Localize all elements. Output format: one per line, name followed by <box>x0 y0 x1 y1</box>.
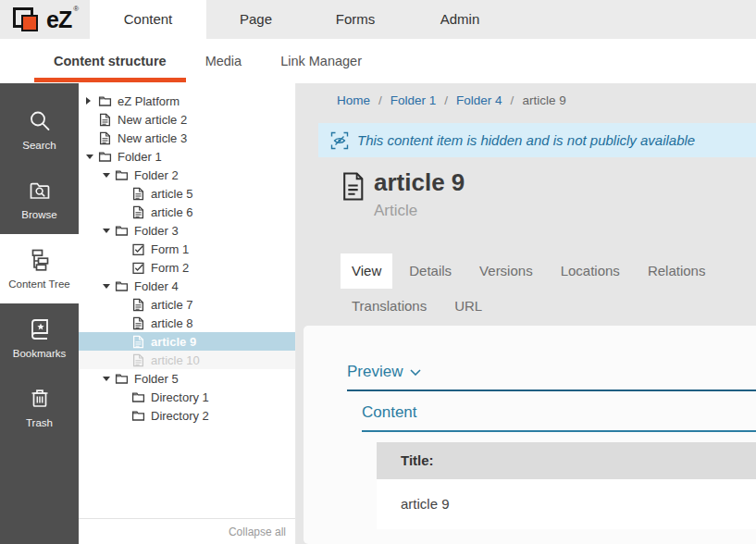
content-divider <box>362 430 756 432</box>
content-section-heading: Content <box>362 403 417 422</box>
collapse-arrow-icon[interactable] <box>103 377 115 381</box>
chevron-down-icon <box>410 369 421 376</box>
top-tab-forms[interactable]: Forms <box>305 0 405 39</box>
search-icon <box>28 109 52 133</box>
folder-icon <box>115 279 129 293</box>
folder-icon <box>98 150 112 164</box>
field-value: article 9 <box>377 479 756 529</box>
collapse-arrow-icon[interactable] <box>86 155 98 159</box>
breadcrumb-current: article 9 <box>522 93 565 107</box>
tree-item-article-5[interactable]: article 5 <box>79 184 295 203</box>
trash-icon <box>28 387 52 411</box>
tab-url[interactable]: URL <box>443 289 493 324</box>
tree-item-folder-1[interactable]: Folder 1 <box>79 147 295 166</box>
form-icon <box>131 242 145 256</box>
subnav-link-manager[interactable]: Link Manager <box>261 39 381 83</box>
article-icon <box>98 131 112 145</box>
tree-item-form-1[interactable]: Form 1 <box>79 240 295 258</box>
tree-item-article-8[interactable]: article 8 <box>79 314 295 332</box>
folder-icon <box>115 372 129 386</box>
registered-mark: ® <box>73 5 78 13</box>
preview-divider <box>347 389 756 391</box>
content-tabs: View Details Versions Locations Relation… <box>341 253 756 324</box>
folder-icon <box>115 168 129 182</box>
tree-item-article-9[interactable]: article 9 <box>79 332 295 351</box>
field-label: Title: <box>377 442 756 479</box>
tab-translations[interactable]: Translations <box>341 289 438 324</box>
top-bar: eZ® Content Page Forms Admin <box>0 0 756 39</box>
collapse-all-button[interactable]: Collapse all <box>79 518 295 544</box>
article-icon <box>131 353 145 367</box>
breadcrumb-folder-1[interactable]: Folder 1 <box>390 93 437 107</box>
hidden-content-alert: This content item is hidden and is not p… <box>318 123 756 157</box>
ez-logo-text: eZ® <box>46 6 71 33</box>
hidden-eye-icon <box>330 131 349 150</box>
tree-item-directory-1[interactable]: Directory 1 <box>79 388 295 406</box>
tree-item-folder-2[interactable]: Folder 2 <box>79 166 295 184</box>
top-tab-admin[interactable]: Admin <box>405 0 514 39</box>
rail-item-search[interactable]: Search <box>0 95 79 165</box>
tab-versions[interactable]: Versions <box>468 253 544 289</box>
top-nav: Content Page Forms Admin <box>90 0 514 39</box>
tree-item-article-10[interactable]: article 10 <box>79 351 295 369</box>
alert-text: This content item is hidden and is not p… <box>357 132 695 148</box>
collapse-arrow-icon[interactable] <box>103 173 115 178</box>
rail-item-label: Bookmarks <box>13 348 67 359</box>
folder-icon <box>115 224 129 238</box>
preview-toggle[interactable]: Preview <box>347 363 421 381</box>
tree-item-folder-5[interactable]: Folder 5 <box>79 369 295 388</box>
side-rail: Search Browse Content Tree Bookmarks Tra… <box>0 83 79 544</box>
article-icon <box>131 298 145 312</box>
tab-view[interactable]: View <box>341 253 392 289</box>
article-icon <box>131 205 145 219</box>
article-icon <box>131 335 145 349</box>
tree-item-new-article-3[interactable]: New article 3 <box>79 129 295 147</box>
top-tab-content[interactable]: Content <box>90 0 206 39</box>
rail-item-content-tree[interactable]: Content Tree <box>0 234 79 303</box>
subnav-content-structure[interactable]: Content structure <box>34 39 186 83</box>
rail-item-browse[interactable]: Browse <box>0 165 79 234</box>
rail-item-trash[interactable]: Trash <box>0 373 79 442</box>
content-tree-icon <box>28 248 52 272</box>
tree-item-folder-4[interactable]: Folder 4 <box>79 277 295 295</box>
field-table: Title: article 9 <box>377 442 756 529</box>
folder-icon <box>131 409 145 423</box>
bookmarks-icon <box>28 317 52 341</box>
folder-icon <box>131 390 145 404</box>
tab-locations[interactable]: Locations <box>550 253 631 289</box>
article-icon <box>131 187 145 201</box>
breadcrumb-home[interactable]: Home <box>337 93 370 107</box>
collapse-arrow-icon[interactable] <box>103 284 115 289</box>
tree-item-article-7[interactable]: article 7 <box>79 295 295 314</box>
breadcrumb-folder-4[interactable]: Folder 4 <box>456 93 502 107</box>
tab-relations[interactable]: Relations <box>637 253 717 289</box>
rail-item-label: Content Tree <box>8 278 69 290</box>
subnav-media[interactable]: Media <box>186 39 262 83</box>
form-icon <box>131 261 145 275</box>
tree-item-article-6[interactable]: article 6 <box>79 203 295 221</box>
browse-icon <box>28 179 52 203</box>
rail-item-label: Browse <box>21 209 56 220</box>
tree-item-directory-2[interactable]: Directory 2 <box>79 406 295 425</box>
page-title: article 9 <box>374 168 465 197</box>
main-area: Home / Folder 1 / Folder 4 / article 9 T… <box>296 83 756 544</box>
tree-item-ez-platform[interactable]: eZ Platform <box>79 92 295 110</box>
tree-item-folder-3[interactable]: Folder 3 <box>79 221 295 240</box>
article-icon <box>98 113 112 127</box>
expand-arrow-icon[interactable] <box>86 97 98 105</box>
view-panel: Preview Content Title: article 9 <box>304 326 756 544</box>
tab-details[interactable]: Details <box>398 253 463 289</box>
ez-logo[interactable]: eZ® <box>0 0 90 39</box>
top-tab-page[interactable]: Page <box>206 0 305 39</box>
rail-item-bookmarks[interactable]: Bookmarks <box>0 303 79 373</box>
tree-item-new-article-2[interactable]: New article 2 <box>79 110 295 129</box>
folder-icon <box>98 94 112 108</box>
document-icon <box>341 172 366 201</box>
sub-nav: Content structure Media Link Manager <box>0 39 756 83</box>
tree-item-form-2[interactable]: Form 2 <box>79 258 295 277</box>
content-type-label: Article <box>374 202 417 220</box>
rail-item-label: Search <box>22 140 56 151</box>
collapse-arrow-icon[interactable] <box>103 229 115 233</box>
ez-logo-icon <box>12 5 42 34</box>
content-tree-panel: eZ Platform New article 2 New article 3 … <box>79 83 296 544</box>
